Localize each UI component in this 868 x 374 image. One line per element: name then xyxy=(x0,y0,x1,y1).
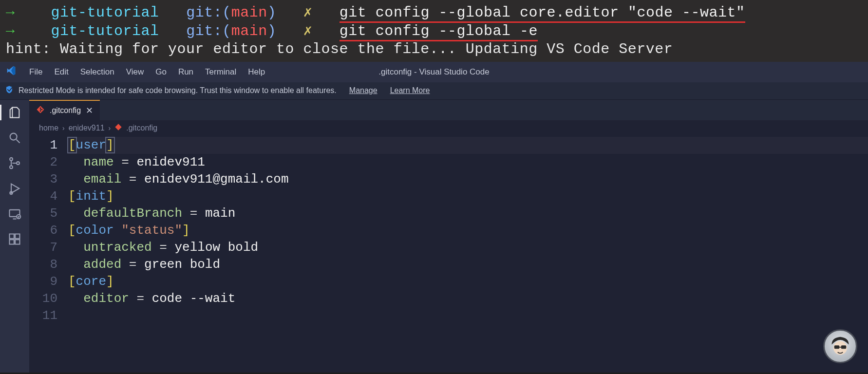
prompt-git-close: ) xyxy=(267,23,277,39)
line-number: 9 xyxy=(29,273,57,290)
line-number: 11 xyxy=(29,307,57,324)
terminal-line-1: → git-tutorial git:(main) ✗ git config -… xyxy=(6,4,862,22)
line-number: 6 xyxy=(29,222,57,239)
prompt-branch: main xyxy=(231,4,267,21)
code-line[interactable] xyxy=(68,307,868,324)
menu-view[interactable]: View xyxy=(120,67,150,76)
prompt-arrow-icon: → xyxy=(6,23,15,39)
prompt-git-label: git:( xyxy=(186,4,231,21)
explorer-icon[interactable] xyxy=(8,106,21,119)
remote-icon[interactable] xyxy=(8,207,21,221)
code-line[interactable]: editor = code --wait xyxy=(68,290,868,307)
line-number: 10 xyxy=(29,290,57,307)
source-control-icon[interactable] xyxy=(8,156,21,170)
close-icon[interactable]: ✕ xyxy=(86,105,93,116)
activity-bar xyxy=(0,100,29,373)
code-line[interactable]: email = enidev911@gmail.com xyxy=(68,171,868,188)
svg-point-0 xyxy=(10,133,17,140)
line-number: 3 xyxy=(29,171,57,188)
svg-rect-7 xyxy=(10,234,14,238)
search-icon[interactable] xyxy=(8,131,21,145)
menu-terminal[interactable]: Terminal xyxy=(199,67,242,76)
editor-area: .gitconfig ✕ home › enidev911 › .gitconf… xyxy=(29,100,868,373)
extensions-icon[interactable] xyxy=(8,232,21,246)
svg-point-3 xyxy=(17,162,19,165)
line-number-gutter: 1234567891011 xyxy=(29,137,68,324)
terminal-command-1: git config --global core.editor "code --… xyxy=(340,4,745,23)
breadcrumb-seg-2[interactable]: .gitconfig xyxy=(126,124,157,132)
prompt-branch: main xyxy=(231,23,267,39)
line-number: 1 xyxy=(29,137,57,154)
line-number: 8 xyxy=(29,256,57,273)
code-editor[interactable]: 1234567891011 [user] name = enidev911 em… xyxy=(29,136,868,324)
chevron-right-icon: › xyxy=(62,124,65,132)
menu-selection[interactable]: Selection xyxy=(75,67,120,76)
code-line[interactable]: [color "status"] xyxy=(68,222,868,239)
line-number: 4 xyxy=(29,188,57,205)
terminal-line-2: → git-tutorial git:(main) ✗ git config -… xyxy=(6,22,862,41)
menu-go[interactable]: Go xyxy=(150,67,172,76)
manage-link[interactable]: Manage xyxy=(349,86,377,95)
prompt-folder: git-tutorial xyxy=(51,23,159,39)
avatar[interactable] xyxy=(823,329,857,363)
run-debug-icon[interactable] xyxy=(8,182,21,195)
svg-rect-10 xyxy=(15,240,19,244)
line-number: 7 xyxy=(29,239,57,256)
vscode-titlebar: FileEditSelectionViewGoRunTerminalHelp .… xyxy=(0,62,868,82)
code-line[interactable]: [init] xyxy=(68,188,868,205)
learn-more-link[interactable]: Learn More xyxy=(390,86,430,95)
code-line[interactable]: [core] xyxy=(68,273,868,290)
menu-edit[interactable]: Edit xyxy=(48,67,74,76)
menu-help[interactable]: Help xyxy=(242,67,271,76)
prompt-dirty-icon: ✗ xyxy=(303,4,313,21)
svg-rect-8 xyxy=(15,234,19,238)
prompt-git-label: git:( xyxy=(186,23,231,39)
tab-bar: .gitconfig ✕ xyxy=(29,100,868,120)
code-content[interactable]: [user] name = enidev911 email = enidev91… xyxy=(68,137,868,324)
restricted-mode-banner: Restricted Mode is intended for safe cod… xyxy=(0,82,868,100)
breadcrumb-seg-1[interactable]: enidev911 xyxy=(69,124,105,132)
banner-text: Restricted Mode is intended for safe cod… xyxy=(19,86,337,95)
code-line[interactable]: name = enidev911 xyxy=(68,154,868,171)
prompt-dirty-icon: ✗ xyxy=(303,23,313,39)
prompt-git-close: ) xyxy=(267,4,277,21)
vscode-body: .gitconfig ✕ home › enidev911 › .gitconf… xyxy=(0,100,868,373)
chevron-right-icon: › xyxy=(109,124,111,132)
svg-point-2 xyxy=(10,166,13,168)
svg-rect-9 xyxy=(10,240,14,244)
prompt-folder: git-tutorial xyxy=(51,4,159,21)
breadcrumb[interactable]: home › enidev911 › .gitconfig xyxy=(29,120,868,136)
svg-point-1 xyxy=(10,157,13,160)
window-title: .gitconfig - Visual Studio Code xyxy=(378,67,489,77)
prompt-arrow-icon: → xyxy=(6,4,15,21)
tab-gitconfig[interactable]: .gitconfig ✕ xyxy=(29,100,100,120)
terminal-hint: hint: Waiting for your editor to close t… xyxy=(6,40,862,59)
git-file-icon xyxy=(36,105,45,116)
tab-label: .gitconfig xyxy=(50,106,81,115)
code-line[interactable]: [user] xyxy=(68,137,868,154)
terminal[interactable]: → git-tutorial git:(main) ✗ git config -… xyxy=(0,0,868,62)
terminal-command-2: git config --global -e xyxy=(340,23,538,41)
svg-rect-16 xyxy=(841,345,847,349)
menubar: FileEditSelectionViewGoRunTerminalHelp xyxy=(23,67,271,77)
line-number: 2 xyxy=(29,154,57,171)
breadcrumb-seg-0[interactable]: home xyxy=(39,124,58,132)
code-line[interactable]: added = green bold xyxy=(68,256,868,273)
code-line[interactable]: untracked = yellow bold xyxy=(68,239,868,256)
line-number: 5 xyxy=(29,205,57,222)
vscode-logo-icon xyxy=(6,65,17,78)
shield-icon xyxy=(5,85,14,96)
code-line[interactable]: defaultBranch = main xyxy=(68,205,868,222)
menu-file[interactable]: File xyxy=(23,67,48,76)
git-file-icon xyxy=(114,123,122,133)
svg-rect-15 xyxy=(834,345,840,349)
menu-run[interactable]: Run xyxy=(172,67,199,76)
